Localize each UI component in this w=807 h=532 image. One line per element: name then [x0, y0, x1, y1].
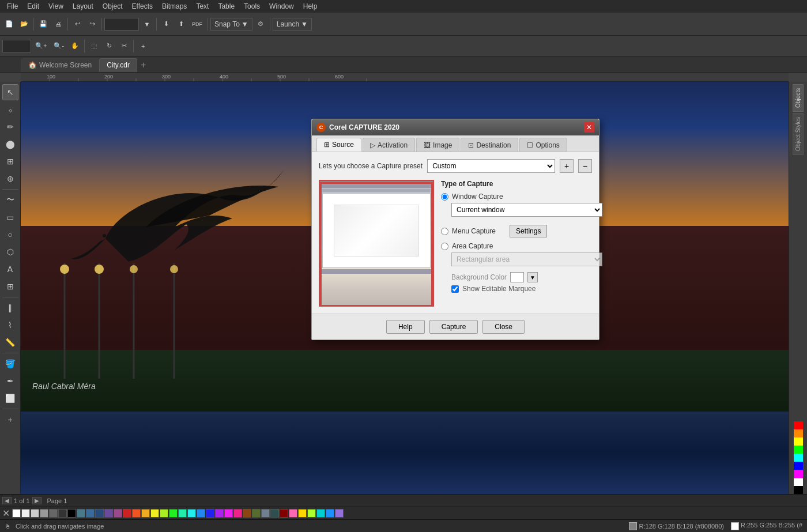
swatch-cyan[interactable] — [187, 509, 196, 518]
open-btn[interactable]: 📂 — [17, 17, 31, 32]
window-capture-radio[interactable] — [441, 193, 448, 201]
select-tool-btn[interactable]: ↖ — [2, 84, 18, 100]
preset-remove-btn[interactable]: − — [578, 159, 592, 173]
menu-tools[interactable]: Tools — [239, 1, 265, 12]
snap-to-btn[interactable]: Snap To ▼ — [210, 18, 252, 31]
show-marquee-checkbox[interactable] — [451, 285, 459, 293]
help-btn[interactable]: Help — [386, 320, 425, 334]
tab-activation[interactable]: ▷ Activation — [363, 138, 415, 152]
zoom-tool-btn[interactable]: ⊕ — [2, 171, 18, 187]
swatch-navy[interactable] — [95, 509, 104, 518]
menu-settings-btn[interactable]: Settings — [510, 225, 547, 237]
close-dialog-btn[interactable]: Close — [482, 320, 525, 334]
zoom-dropdown[interactable]: ▼ — [140, 17, 154, 32]
window-dropdown[interactable]: Current window Active window Specific wi… — [451, 203, 602, 217]
menu-bitmaps[interactable]: Bitmaps — [157, 1, 191, 12]
dialog-close-btn[interactable]: ✕ — [584, 122, 594, 133]
swatch-greenyellow[interactable] — [307, 509, 316, 518]
bg-color-dropdown-btn[interactable]: ▼ — [527, 272, 538, 282]
menu-capture-label[interactable]: Menu Capture — [452, 227, 496, 235]
swatch-lightgray[interactable] — [21, 509, 30, 518]
table-tool-btn[interactable]: ⊞ — [2, 278, 18, 295]
tab-welcome[interactable]: 🏠 Welcome Screen — [21, 58, 99, 72]
swatch-olive[interactable] — [252, 509, 261, 518]
swatch-maroon[interactable] — [280, 509, 288, 518]
tab-source[interactable]: ⊞ Source — [316, 138, 361, 152]
select-tool[interactable]: ⬚ — [87, 39, 101, 54]
page-next-btn[interactable]: ▶ — [32, 497, 42, 504]
redo-btn[interactable]: ↪ — [85, 17, 99, 32]
swatch-hotpink[interactable] — [289, 509, 297, 518]
swatch-slate[interactable] — [261, 509, 270, 518]
swatch-gold[interactable] — [141, 509, 150, 518]
swatch-brown[interactable] — [243, 509, 251, 518]
color-magenta[interactable] — [794, 470, 803, 478]
measure-btn[interactable]: 📏 — [2, 334, 18, 350]
palette-none[interactable]: ✕ — [0, 508, 12, 519]
swatch-darkturquoise[interactable] — [316, 509, 325, 518]
menu-view[interactable]: View — [44, 1, 68, 12]
rotate-tool[interactable]: ↻ — [102, 39, 116, 54]
node-tool-btn[interactable]: ⬦ — [2, 101, 18, 118]
tab-options[interactable]: ☐ Options — [519, 138, 567, 152]
smart-draw-btn[interactable]: ✒ — [2, 373, 18, 389]
capture-btn[interactable]: Capture — [429, 320, 478, 334]
swatch-pink[interactable] — [233, 509, 242, 518]
swatch-yellow[interactable] — [150, 509, 159, 518]
objects-panel-tab[interactable]: Objects — [793, 84, 804, 112]
eraser-btn[interactable]: ⬜ — [2, 390, 18, 406]
area-capture-label[interactable]: Area Capture — [452, 242, 493, 250]
add-page-btn[interactable]: + — [136, 39, 150, 54]
swatch-gray[interactable] — [31, 509, 39, 518]
poly-tool-btn[interactable]: ⬡ — [2, 244, 18, 260]
add-tool-btn[interactable]: + — [2, 412, 18, 428]
color-green[interactable] — [794, 446, 803, 454]
color-white[interactable] — [794, 478, 803, 486]
menu-object[interactable]: Object — [98, 1, 127, 12]
undo-btn[interactable]: ↩ — [70, 17, 84, 32]
show-marquee-label[interactable]: Show Editable Marquee — [462, 285, 536, 293]
curve-btn[interactable]: 〜 — [2, 192, 18, 208]
color-red[interactable] — [794, 421, 803, 429]
swatch-verydark[interactable] — [58, 509, 67, 518]
menu-file[interactable]: File — [2, 1, 22, 12]
text-tool-btn[interactable]: A — [2, 261, 18, 277]
swatch-teal[interactable] — [77, 509, 85, 518]
swatch-darkteal[interactable] — [270, 509, 279, 518]
menu-capture-radio[interactable] — [441, 228, 448, 235]
menu-text[interactable]: Text — [191, 1, 213, 12]
color-cyan[interactable] — [794, 454, 803, 462]
zoom-out-btn[interactable]: 🔍- — [51, 39, 67, 54]
swatch-mediumpurple[interactable] — [335, 509, 344, 518]
menu-help[interactable]: Help — [299, 1, 322, 12]
pdf-btn[interactable]: PDF — [189, 17, 205, 32]
ellipse-tool-btn[interactable]: ○ — [2, 227, 18, 243]
new-btn[interactable]: 📄 — [2, 17, 16, 32]
swatch-medgray[interactable] — [40, 509, 48, 518]
swatch-magenta[interactable] — [224, 509, 233, 518]
tab-city[interactable]: City.cdr — [99, 58, 137, 72]
menu-effects[interactable]: Effects — [127, 1, 157, 12]
crop-tool[interactable]: ✂ — [117, 39, 131, 54]
swatch-plum[interactable] — [114, 509, 122, 518]
zoom-in-btn[interactable]: 🔍+ — [32, 39, 50, 54]
color-orange[interactable] — [794, 429, 803, 437]
swatch-darkgray[interactable] — [49, 509, 58, 518]
bg-color-swatch[interactable] — [510, 272, 524, 282]
swatch-white[interactable] — [12, 509, 21, 518]
swatch-blue2[interactable] — [206, 509, 214, 518]
preset-add-btn[interactable]: + — [560, 159, 574, 173]
zoom-input[interactable]: 12% — [104, 18, 139, 31]
swatch-purple[interactable] — [104, 509, 113, 518]
color-blue[interactable] — [794, 462, 803, 470]
color-black[interactable] — [794, 486, 803, 494]
swatch-gold2[interactable] — [298, 509, 307, 518]
menu-window[interactable]: Window — [265, 1, 299, 12]
smart-fill-btn[interactable]: ⬤ — [2, 136, 18, 152]
swatch-skyblue[interactable] — [197, 509, 205, 518]
tab-destination[interactable]: ⊡ Destination — [461, 138, 518, 152]
menu-layout[interactable]: Layout — [68, 1, 98, 12]
area-capture-radio[interactable] — [441, 243, 448, 250]
settings-gear[interactable]: ⚙ — [254, 17, 267, 32]
swatch-blue1[interactable] — [86, 509, 95, 518]
